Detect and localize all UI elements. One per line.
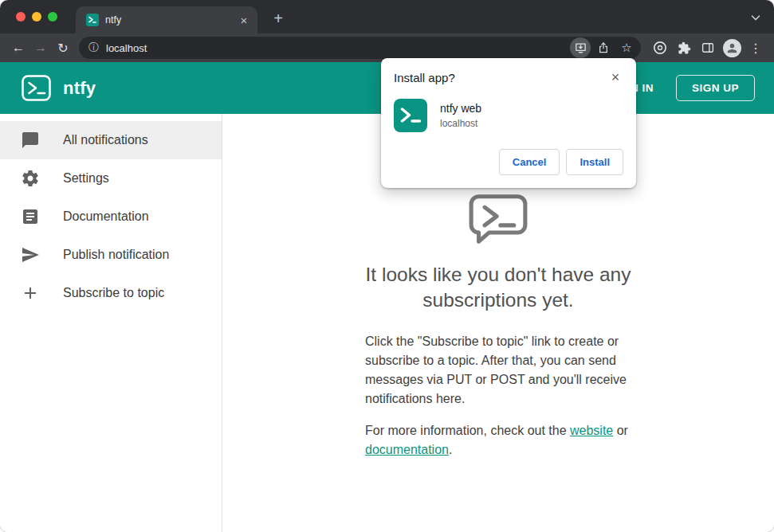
install-app-icon[interactable] [570,37,591,58]
share-icon[interactable] [593,37,614,58]
empty-state: It looks like you don't have any subscri… [307,194,690,532]
install-dialog-origin: localhost [440,118,481,129]
bookmark-star-icon[interactable]: ☆ [616,37,637,58]
install-dialog-actions: Cancel Install [394,149,623,175]
more-info-prefix: For more information, check out the [365,424,570,437]
sidebar-item-all-notifications[interactable]: All notifications [0,121,222,159]
sidebar-item-label: Subscribe to topic [63,286,164,300]
address-bar[interactable]: ⓘ localhost ☆ [79,37,641,59]
sidebar-item-label: Documentation [63,209,149,224]
dialog-close-icon[interactable]: × [607,69,623,85]
browser-window: ntfy × + ← → ↻ ⓘ localhost ☆ [0,0,774,532]
install-dialog-app-row: ntfy web localhost [394,99,623,132]
avatar-person-icon [723,39,741,57]
documentation-link[interactable]: documentation [365,443,449,456]
plus-icon [21,284,40,303]
more-info-middle: or [613,424,628,437]
sidebar-item-subscribe-to-topic[interactable]: Subscribe to topic [0,274,222,312]
side-panel-icon[interactable] [697,37,719,59]
site-info-icon[interactable]: ⓘ [88,41,99,55]
ntfy-logo-icon [22,75,51,101]
window-minimize-button[interactable] [32,12,41,22]
reload-icon[interactable]: ↻ [52,37,74,59]
traffic-lights [16,12,57,22]
install-dialog-title: Install app? [394,69,455,84]
install-dialog-header: Install app? × [394,69,623,85]
back-icon[interactable]: ← [7,37,29,59]
send-icon [21,245,40,264]
window-close-button[interactable] [16,12,26,22]
install-dialog-app-name: ntfy web [440,102,481,115]
sign-up-button[interactable]: SIGN UP [676,75,755,101]
install-app-dialog: Install app? × ntfy web localhost Cancel… [381,58,636,188]
window-zoom-button[interactable] [48,12,57,22]
browser-menu-icon[interactable]: ⋮ [745,37,767,59]
article-icon [21,207,40,226]
more-info-suffix: . [449,443,452,456]
tab-search-chevron-icon[interactable] [748,10,763,25]
extensions-puzzle-icon[interactable] [673,37,695,59]
ntfy-app-icon [394,99,427,132]
sidebar-item-publish-notification[interactable]: Publish notification [0,236,222,274]
chat-icon [21,131,40,150]
gear-icon [21,169,40,188]
sidebar-item-documentation[interactable]: Documentation [0,198,222,236]
tab-title: ntfy [105,14,230,25]
website-link[interactable]: website [570,424,613,437]
install-button[interactable]: Install [566,149,623,175]
ntfy-bubble-terminal-icon [468,194,528,244]
titlebar: ntfy × + [0,0,774,33]
password-manager-icon[interactable] [649,37,671,59]
install-dialog-app-info: ntfy web localhost [440,102,481,129]
new-tab-button[interactable]: + [269,9,288,28]
tab-favicon-ntfy-icon [86,14,99,26]
sidebar-item-label: Settings [63,171,109,186]
empty-state-description: Click the "Subscribe to topic" link to c… [365,332,631,409]
empty-state-heading: It looks like you don't have any subscri… [335,262,662,314]
sidebar-item-settings[interactable]: Settings [0,159,222,198]
sidebar-item-label: Publish notification [63,248,169,262]
sidebar-item-label: All notifications [63,133,148,147]
sidebar: All notifications Settings Documentation… [0,114,222,532]
tab-close-icon[interactable]: × [237,13,251,27]
app-title: ntfy [63,78,96,99]
url-text: localhost [106,42,568,54]
forward-icon[interactable]: → [29,37,52,59]
more-info-paragraph: For more information, check out the webs… [365,421,631,460]
browser-tab[interactable]: ntfy × [76,6,257,33]
profile-avatar[interactable] [721,37,743,59]
cancel-button[interactable]: Cancel [499,149,560,175]
